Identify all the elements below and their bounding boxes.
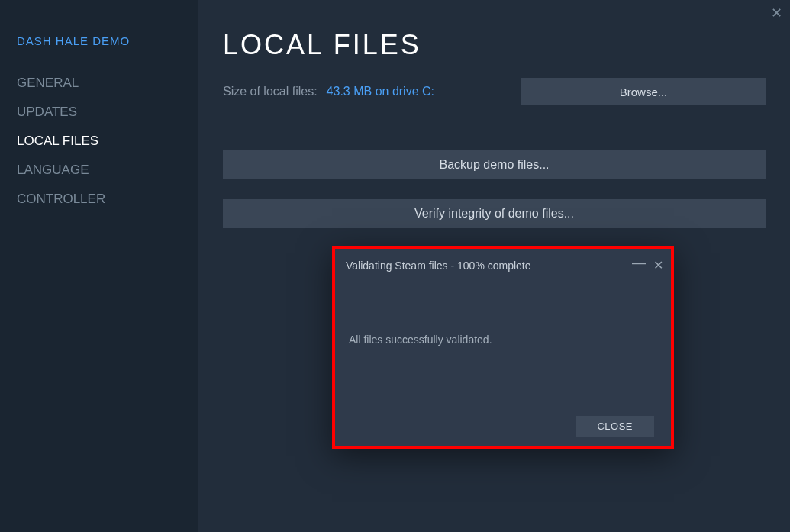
sidebar-item-language[interactable]: LANGUAGE	[17, 156, 182, 185]
sidebar-item-local-files[interactable]: LOCAL FILES	[17, 127, 182, 156]
page-title: LOCAL FILES	[223, 29, 766, 61]
dialog-close-icon[interactable]: ✕	[653, 258, 663, 272]
sidebar-item-general[interactable]: GENERAL	[17, 69, 182, 98]
size-value: 43.3 MB on drive C:	[327, 85, 434, 98]
sidebar-game-title[interactable]: DASH HALE DEMO	[17, 34, 182, 47]
size-label: Size of local files:	[223, 85, 318, 98]
sidebar: DASH HALE DEMO GENERAL UPDATES LOCAL FIL…	[0, 0, 198, 532]
validation-dialog: Validating Steam files - 100% complete —…	[332, 246, 674, 449]
dialog-title: Validating Steam files - 100% complete	[346, 260, 531, 272]
sidebar-item-controller[interactable]: CONTROLLER	[17, 185, 182, 214]
backup-button[interactable]: Backup demo files...	[223, 150, 766, 179]
close-icon[interactable]: ✕	[771, 5, 782, 21]
dialog-titlebar: Validating Steam files - 100% complete —…	[335, 249, 671, 279]
dialog-message: All files successfully validated.	[335, 279, 671, 346]
sidebar-item-updates[interactable]: UPDATES	[17, 98, 182, 127]
verify-button[interactable]: Verify integrity of demo files...	[223, 199, 766, 228]
close-button[interactable]: CLOSE	[576, 416, 654, 437]
minimize-icon[interactable]: —	[632, 255, 646, 276]
browse-button[interactable]: Browse...	[521, 78, 766, 105]
size-row: Size of local files: 43.3 MB on drive C:…	[223, 78, 766, 127]
